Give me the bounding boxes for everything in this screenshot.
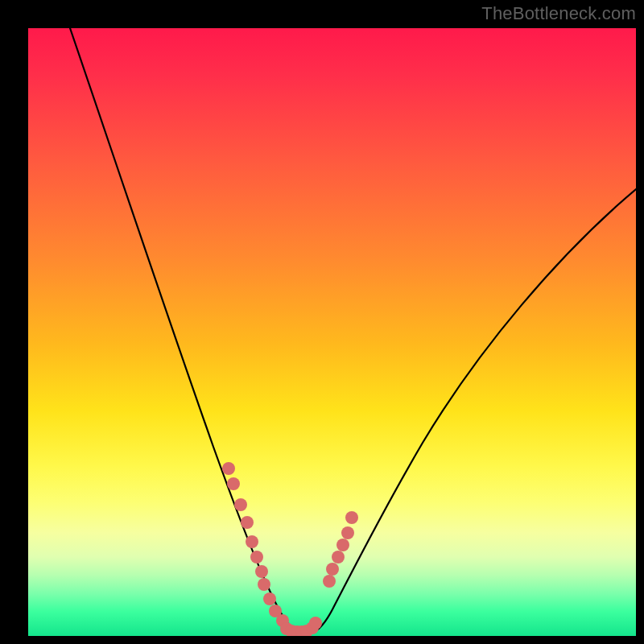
marker-dot xyxy=(258,578,270,591)
plot-area xyxy=(28,28,636,636)
marker-dot xyxy=(227,477,240,490)
marker-dot xyxy=(255,565,268,578)
marker-dot xyxy=(263,592,276,605)
bottleneck-curve-svg xyxy=(28,28,636,636)
marker-dot xyxy=(246,535,258,548)
marker-group xyxy=(222,462,358,636)
marker-dot xyxy=(323,575,336,588)
marker-dot xyxy=(222,462,235,475)
marker-dot xyxy=(336,539,349,551)
marker-dot xyxy=(332,551,345,564)
marker-dot xyxy=(250,551,263,564)
curve-group xyxy=(70,28,636,634)
bottleneck-curve xyxy=(70,28,636,634)
marker-dot xyxy=(241,516,254,529)
chart-frame: TheBottleneck.com xyxy=(0,0,644,644)
marker-dot xyxy=(341,526,354,539)
marker-dot xyxy=(309,617,322,630)
marker-dot xyxy=(345,511,358,524)
marker-dot xyxy=(234,498,247,511)
marker-dot xyxy=(326,563,339,576)
watermark-text: TheBottleneck.com xyxy=(481,3,636,24)
